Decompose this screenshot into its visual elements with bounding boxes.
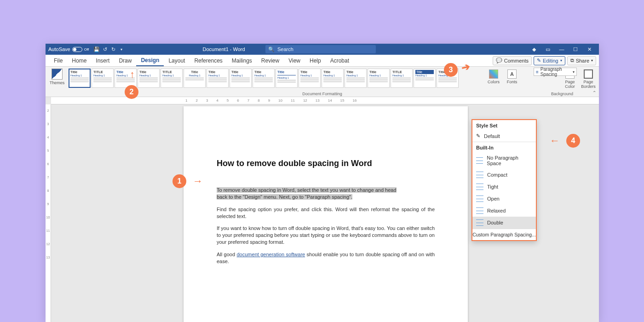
qat-dropdown-icon[interactable]: ▾: [117, 45, 126, 53]
doc-link[interactable]: document generation software: [237, 252, 305, 257]
ribbon-tabs: File Home Insert Draw Design Layout Refe…: [46, 55, 599, 67]
comment-icon: 💬: [496, 58, 502, 63]
gallery-item[interactable]: TitleHeading 1: [207, 69, 229, 88]
gallery-item[interactable]: TitleHeading 1: [253, 69, 275, 88]
redo-icon[interactable]: ↻: [109, 45, 117, 53]
comments-button[interactable]: 💬Comments: [493, 56, 532, 65]
spacing-icon: [476, 196, 483, 202]
annotation-badge-2: 2: [125, 85, 138, 99]
gallery-item[interactable]: TitleHeading 1: [368, 69, 390, 88]
tab-file[interactable]: File: [49, 55, 67, 66]
dropdown-option-compact[interactable]: Compact: [472, 169, 536, 181]
gallery-item[interactable]: TitleHeading 1: [299, 69, 321, 88]
spacing-icon: [476, 157, 483, 164]
themes-button[interactable]: Themes: [48, 69, 66, 85]
gallery-item[interactable]: TitleHeading 1: [414, 69, 436, 88]
dropdown-option-relaxed[interactable]: Relaxed: [472, 205, 536, 217]
workspace: 12345678910111213141516 2345678910111213…: [46, 97, 599, 322]
tab-review[interactable]: Review: [257, 55, 284, 66]
tab-references[interactable]: References: [190, 55, 227, 66]
gallery-item[interactable]: TitleHeading 1: [184, 69, 206, 88]
annotation-badge-4: 4: [566, 134, 580, 148]
paragraph-spacing-dropdown: Style Set ✎Default Built-In No Paragraph…: [472, 119, 537, 241]
dropdown-custom-spacing[interactable]: Custom Paragraph Spacing...: [472, 229, 536, 240]
gallery-item[interactable]: TitleHeading 1: [345, 69, 367, 88]
styleset-icon: ✎: [476, 133, 480, 139]
chevron-down-icon: ▾: [591, 58, 593, 63]
title-bar: AutoSave Off 💾 ↺ ↻ ▾ Document1 - Word 🔍 …: [46, 44, 599, 55]
themes-icon: [52, 69, 63, 80]
gallery-item[interactable]: TitleHeading 1: [322, 69, 344, 88]
tab-help[interactable]: Help: [305, 55, 326, 66]
share-icon: ⧉: [570, 58, 574, 63]
share-label: Share: [576, 58, 589, 63]
gallery-item[interactable]: TitleHeading 1: [138, 69, 160, 88]
dropdown-option-tight[interactable]: Tight: [472, 181, 536, 193]
annotation-badge-1: 1: [172, 174, 186, 188]
search-icon: 🔍: [268, 46, 275, 52]
spacing-icon: [476, 172, 483, 178]
page-borders-button[interactable]: Page Borders: [581, 69, 596, 89]
search-placeholder: Search: [277, 46, 293, 52]
spacing-icon: [476, 219, 483, 226]
document-page[interactable]: How to remove double spacing in Word To …: [184, 106, 468, 322]
ribbon-mode-icon[interactable]: ▭: [541, 44, 555, 55]
paragraph-spacing-icon: ≡: [536, 69, 539, 75]
search-input[interactable]: 🔍 Search: [265, 45, 376, 53]
annotation-badge-3: 3: [444, 63, 458, 77]
dropdown-option-open[interactable]: Open: [472, 193, 536, 205]
vertical-ruler[interactable]: 2345678910111213: [46, 104, 51, 322]
tab-design[interactable]: Design: [136, 55, 164, 66]
editing-button[interactable]: ✎Editing▾: [534, 56, 565, 65]
arrow-up-icon: ↑: [130, 69, 135, 80]
doc-para-4: All good document generation software sh…: [217, 251, 435, 265]
gallery-item[interactable]: TITLEHeading 1: [161, 69, 183, 88]
share-button[interactable]: ⧉Share▾: [567, 56, 596, 65]
doc-title: Document1 - Word: [203, 46, 245, 52]
chevron-down-icon: ▾: [560, 58, 562, 63]
themes-label: Themes: [50, 80, 65, 85]
close-icon[interactable]: ✕: [582, 44, 596, 55]
tab-acrobat[interactable]: Acrobat: [326, 55, 354, 66]
collapse-ribbon-icon[interactable]: ⌃: [592, 90, 596, 95]
gallery-item[interactable]: TITLEHeading 1: [391, 69, 413, 88]
group-label: Document Formatting: [302, 92, 342, 96]
arrow-right-icon: →: [193, 175, 203, 187]
arrow-left-icon: ←: [550, 135, 560, 147]
save-icon[interactable]: 💾: [92, 45, 101, 53]
minimize-icon[interactable]: —: [555, 44, 569, 55]
gallery-item[interactable]: TitleHeading 1: [69, 69, 91, 88]
tab-home[interactable]: Home: [67, 55, 91, 66]
autosave-state: Off: [84, 47, 89, 52]
launch-icon[interactable]: ◆: [527, 44, 541, 55]
tab-mailings[interactable]: Mailings: [227, 55, 257, 66]
doc-para-3: If you want to know how to turn off doub…: [217, 225, 435, 246]
tab-insert[interactable]: Insert: [91, 55, 114, 66]
pencil-icon: ✎: [537, 58, 541, 63]
paragraph-spacing-button[interactable]: ≡ Paragraph Spacing ▾: [534, 68, 577, 76]
maximize-icon[interactable]: ☐: [569, 44, 582, 55]
doc-para-1: To remove double spacing in Word, select…: [217, 187, 435, 201]
colors-icon: [489, 69, 498, 79]
tab-draw[interactable]: Draw: [114, 55, 136, 66]
undo-icon[interactable]: ↺: [101, 45, 109, 53]
fonts-icon: A: [507, 69, 517, 79]
spacing-icon: [476, 184, 483, 190]
background-group-label: Background: [551, 92, 573, 96]
doc-para-2: Find the spacing option you prefer, and …: [217, 206, 435, 220]
dropdown-header-builtin: Built-In: [472, 142, 536, 152]
tab-view[interactable]: View: [284, 55, 305, 66]
fonts-button[interactable]: AFonts: [504, 69, 520, 84]
tab-layout[interactable]: Layout: [164, 55, 190, 66]
style-gallery[interactable]: TitleHeading 1 TITLEHeading 1 TitleHeadi…: [69, 69, 459, 88]
gallery-item[interactable]: TITLEHeading 1: [92, 69, 114, 88]
dropdown-option-no-space[interactable]: No Paragraph Space: [472, 152, 536, 169]
autosave-label: AutoSave: [48, 46, 70, 52]
dropdown-option-double[interactable]: Double: [472, 217, 536, 229]
colors-button[interactable]: Colors: [486, 69, 501, 84]
autosave-toggle[interactable]: AutoSave Off: [48, 46, 89, 52]
gallery-item[interactable]: TitleHeading 1: [276, 69, 298, 88]
dropdown-option-default[interactable]: ✎Default: [472, 130, 536, 142]
gallery-item[interactable]: TitleHeading 1: [230, 69, 252, 88]
dropdown-header-styleset: Style Set: [472, 120, 536, 130]
